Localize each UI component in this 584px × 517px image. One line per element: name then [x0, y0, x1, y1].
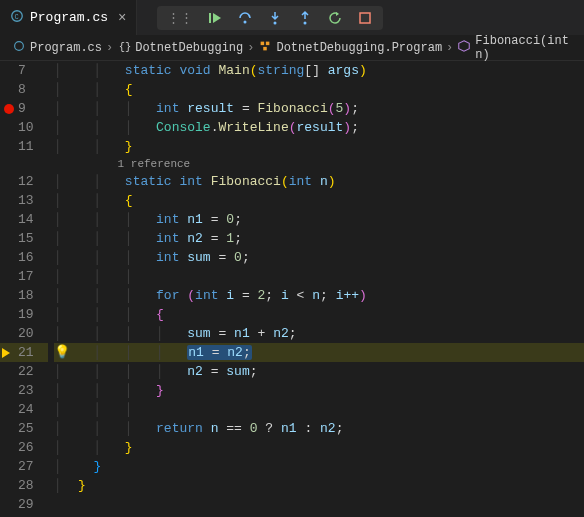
- breadcrumb-file[interactable]: Program.cs: [12, 39, 102, 57]
- top-row: C Program.cs × ⋮⋮: [0, 0, 584, 35]
- chevron-right-icon: ›: [446, 41, 453, 55]
- svg-rect-11: [264, 46, 268, 50]
- stop-button[interactable]: [357, 10, 373, 26]
- debug-toolbar: ⋮⋮: [157, 6, 383, 30]
- breadcrumb-method[interactable]: Fibonacci(int n): [457, 34, 572, 62]
- codelens-references[interactable]: 1 reference: [78, 156, 584, 172]
- breadcrumb-namespace[interactable]: {} DotnetDebugging: [117, 39, 243, 57]
- svg-rect-2: [209, 13, 211, 23]
- breadcrumb-class[interactable]: DotnetDebugging.Program: [258, 39, 442, 57]
- step-over-button[interactable]: [237, 10, 253, 26]
- tab-label: Program.cs: [30, 10, 108, 25]
- csharp-file-icon: C: [10, 9, 24, 27]
- breakpoint-icon[interactable]: [4, 104, 14, 114]
- current-execution-line: │ │ │ n1 = n2;: [78, 343, 584, 362]
- restart-button[interactable]: [327, 10, 343, 26]
- line-number-gutter: 7 8 9 10 11 12 13 14 15 16 17 18 19 20 2…: [18, 61, 54, 517]
- execution-pointer-icon[interactable]: [2, 348, 10, 358]
- code-content[interactable]: │ static void Main(string[] args) │ { │ …: [78, 61, 584, 517]
- continue-button[interactable]: [207, 10, 223, 26]
- svg-rect-6: [360, 13, 370, 23]
- class-icon: [258, 39, 272, 57]
- svg-point-5: [304, 21, 307, 24]
- namespace-icon: {}: [117, 39, 131, 57]
- chevron-right-icon: ›: [106, 41, 113, 55]
- svg-point-4: [274, 21, 277, 24]
- svg-point-7: [15, 41, 24, 50]
- tab-program-cs[interactable]: C Program.cs ×: [0, 0, 137, 35]
- breakpoint-gutter[interactable]: [0, 61, 18, 517]
- code-editor[interactable]: 7 8 9 10 11 12 13 14 15 16 17 18 19 20 2…: [0, 61, 584, 517]
- drag-handle-icon[interactable]: ⋮⋮: [167, 10, 193, 26]
- svg-rect-9: [261, 41, 265, 45]
- method-icon: [457, 39, 471, 57]
- csharp-file-icon: [12, 39, 26, 57]
- lightbulb-icon[interactable]: 💡: [54, 343, 70, 362]
- glyph-gutter: │ │ │ │ │ │ │ │ │ │ │ │ │ │ 💡 │ │ │ │ │ …: [54, 61, 78, 517]
- svg-text:C: C: [14, 12, 18, 20]
- breadcrumb: Program.cs › {} DotnetDebugging › Dotnet…: [0, 35, 584, 61]
- step-into-button[interactable]: [267, 10, 283, 26]
- svg-point-3: [244, 20, 247, 23]
- close-icon[interactable]: ×: [118, 10, 126, 26]
- step-out-button[interactable]: [297, 10, 313, 26]
- svg-rect-10: [266, 41, 270, 45]
- svg-text:{}: {}: [119, 40, 131, 52]
- chevron-right-icon: ›: [247, 41, 254, 55]
